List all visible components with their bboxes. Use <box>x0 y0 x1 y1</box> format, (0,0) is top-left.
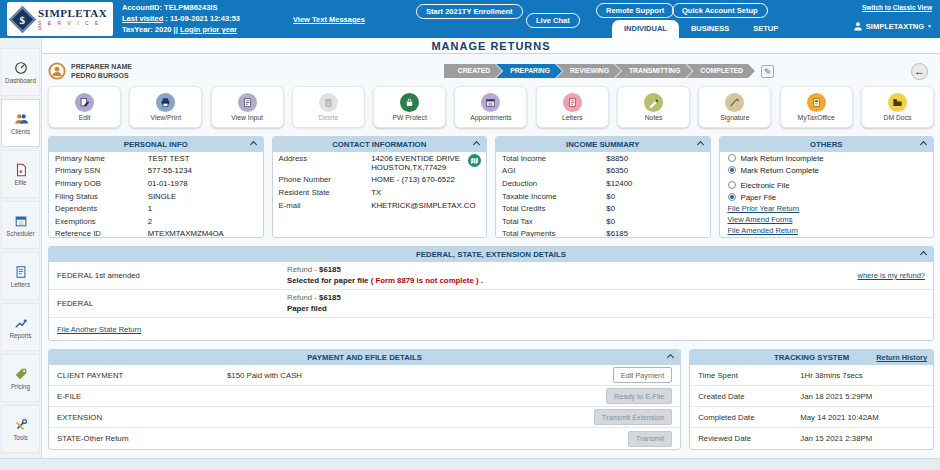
radio-icon[interactable] <box>728 166 736 174</box>
signature-button[interactable]: Signature <box>698 86 771 128</box>
step-transmitting[interactable]: TRANSMITTING <box>615 64 692 78</box>
radio-icon[interactable] <box>728 154 736 162</box>
client-payment-row: CLIENT PAYMENT $150 Paid with CASH Edit … <box>49 365 680 386</box>
info-row: Dependents1 <box>49 202 263 215</box>
info-row: Phone NumberHOME - (713) 670-6522 <box>273 174 487 187</box>
sidebar-item-efile[interactable]: e Efile <box>1 150 40 198</box>
sidebar-item-reports[interactable]: Reports <box>1 303 40 351</box>
main-content: PREPARER NAME PEDRO BURGOS CREATED PREPA… <box>42 54 940 458</box>
account-info: AccountID: TELPM86243IS Last visited : 1… <box>122 3 240 36</box>
tracking-row: Time Spent1Hr 38mins 7secs <box>690 365 933 386</box>
file-amended-return-link[interactable]: File Amended Return <box>720 225 934 236</box>
signature-pen-icon <box>725 93 744 112</box>
mytaxoffice-icon <box>807 93 826 112</box>
appointments-button[interactable]: Appointments <box>454 86 527 128</box>
mytaxoffice-button[interactable]: MyTaxOffice <box>780 86 853 128</box>
sidebar-item-dashboard[interactable]: Dashboard <box>1 48 40 96</box>
sidebar-item-scheduler[interactable]: Scheduler <box>1 201 40 249</box>
page-title: MANAGE RETURNS <box>431 40 550 52</box>
return-history-link[interactable]: Return History <box>876 353 927 362</box>
step-preparing[interactable]: PREPARING <box>496 64 562 78</box>
sidebar-item-letters[interactable]: Letters <box>1 252 40 300</box>
start-enrollment-button[interactable]: Start 2021TY Enrollment <box>416 4 523 19</box>
info-row: E-mailKHETRICK@SIMPLETAX.CO <box>273 199 487 212</box>
edit-payment-button[interactable]: Edit Payment <box>613 367 672 383</box>
view-amend-forms-link[interactable]: View Amend Forms <box>720 214 934 225</box>
app-logo[interactable]: $ SIMPLETAX S E R V I C E S <box>7 2 113 36</box>
where-is-my-refund-link[interactable]: where is my refund? <box>857 271 925 280</box>
back-button[interactable]: ← <box>911 63 928 80</box>
collapse-icon[interactable] <box>920 251 927 258</box>
step-reviewing[interactable]: REVIEWING <box>556 64 621 78</box>
footer-strip <box>0 458 940 470</box>
info-row: Deduction$12400 <box>496 177 710 190</box>
user-menu[interactable]: SIMPLETAXTNG ▼ <box>853 21 932 31</box>
live-chat-button[interactable]: Live Chat <box>526 13 580 28</box>
collapse-icon[interactable] <box>249 141 256 148</box>
quick-account-setup-button[interactable]: Quick Account Setup <box>672 3 768 18</box>
logo-diamond-icon: $ <box>9 6 36 33</box>
edit-button[interactable]: Edit <box>48 86 121 128</box>
collapse-icon[interactable] <box>920 141 927 148</box>
collapse-icon[interactable] <box>696 141 703 148</box>
collapse-icon[interactable] <box>667 354 674 361</box>
module-tabs: INDIVIDUAL BUSINESS SETUP <box>612 20 790 38</box>
preparer-label: PREPARER NAME <box>71 62 132 71</box>
others-title: OTHERS <box>810 140 843 149</box>
payment-efile-section: PAYMENT AND EFILE DETAILS CLIENT PAYMENT… <box>48 349 681 450</box>
file-another-state-return-link[interactable]: File Another State Return <box>57 325 141 334</box>
pricing-tag-icon <box>14 367 28 381</box>
switch-classic-view-link[interactable]: Switch to Classic View <box>862 4 932 11</box>
map-icon[interactable] <box>468 154 481 167</box>
sidebar-item-tools[interactable]: Tools <box>1 405 40 453</box>
dm-docs-button[interactable]: DM Docs <box>861 86 934 128</box>
user-name: SIMPLETAXTNG <box>866 22 924 31</box>
step-created[interactable]: CREATED <box>444 64 502 78</box>
preparer-info: PREPARER NAME PEDRO BURGOS <box>48 62 132 80</box>
info-row: AGI$6350 <box>496 165 710 178</box>
radio-mark-return-complete[interactable]: Mark Return Complete <box>720 164 934 176</box>
scheduler-calendar-icon <box>14 214 28 228</box>
view-print-button[interactable]: View/Print <box>129 86 202 128</box>
radio-mark-return-incomplete[interactable]: Mark Return Incomplete <box>720 152 934 164</box>
notes-button[interactable]: Notes <box>617 86 690 128</box>
remote-support-button[interactable]: Remote Support <box>596 3 674 18</box>
file-prior-year-return-link[interactable]: File Prior Year Return <box>720 203 934 214</box>
login-prior-year-link[interactable]: Login prior year <box>180 25 237 34</box>
radio-icon[interactable] <box>728 193 736 201</box>
extension-row: EXTENSION Transmit Extension <box>49 407 680 428</box>
tab-business[interactable]: BUSINESS <box>679 20 741 38</box>
letters-button[interactable]: Letters <box>536 86 609 128</box>
radio-electronic-file[interactable]: Electronic File <box>720 179 934 191</box>
pw-protect-button[interactable]: PW Protect <box>373 86 446 128</box>
step-completed[interactable]: COMPLETED <box>686 64 755 78</box>
user-icon <box>853 21 863 31</box>
transmit-button: Transmit <box>628 431 672 447</box>
tab-individual[interactable]: INDIVIDUAL <box>612 20 679 38</box>
contact-info-title: CONTACT INFORMATION <box>332 140 426 149</box>
last-visited-link[interactable]: Last visited <box>122 14 163 23</box>
top-header-bar: $ SIMPLETAX S E R V I C E S AccountID: T… <box>0 0 940 38</box>
tab-setup[interactable]: SETUP <box>741 20 790 38</box>
collapse-icon[interactable] <box>473 141 480 148</box>
brand-name: SIMPLETAX <box>38 8 110 19</box>
info-row: Total Income$8850 <box>496 152 710 165</box>
personal-info-title: PERSONAL INFO <box>124 140 188 149</box>
letters-document-icon <box>14 265 28 279</box>
edit-icon <box>75 93 94 112</box>
actions-toolbar: Edit View/Print View Input Delete PW Pro… <box>48 86 934 130</box>
radio-paper-file[interactable]: Paper File <box>720 191 934 203</box>
view-input-button[interactable]: View Input <box>211 86 284 128</box>
income-summary-panel: INCOME SUMMARY Total Income$8850 AGI$635… <box>495 136 711 238</box>
state-other-return-row: STATE-Other Return Transmit <box>49 428 680 449</box>
trash-icon <box>319 93 338 112</box>
preparer-avatar-icon <box>48 62 66 80</box>
view-text-messages-link[interactable]: View Text Messages <box>293 15 365 24</box>
tools-wrench-icon <box>14 418 28 432</box>
edit-status-icon[interactable]: ✎ <box>761 65 774 78</box>
sidebar-item-pricing[interactable]: Pricing <box>1 354 40 402</box>
sidebar-item-clients[interactable]: Clients <box>1 99 40 147</box>
radio-icon[interactable] <box>728 181 736 189</box>
info-row: Taxable Income$0 <box>496 190 710 203</box>
tax-year-value: 2020 <box>155 25 172 34</box>
